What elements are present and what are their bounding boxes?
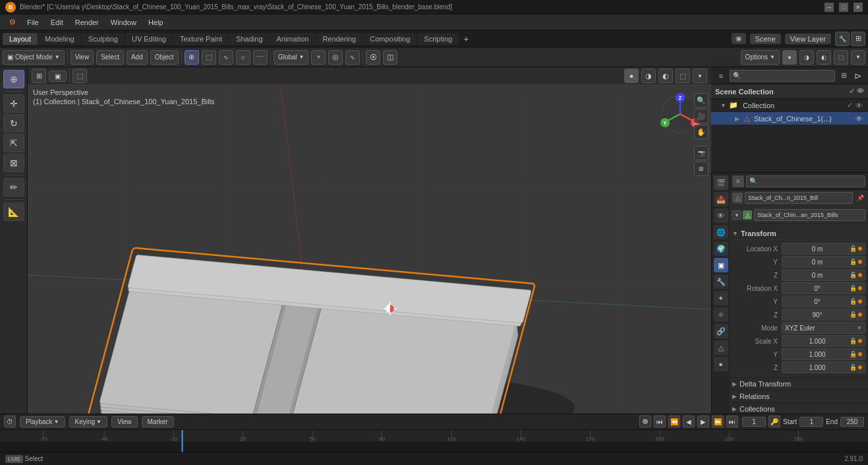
camera-icon[interactable]: 📷 [694, 146, 709, 160]
wireframe-icon[interactable]: ⬚ [834, 50, 848, 65]
zoom-in-button[interactable]: 🔍 [694, 93, 709, 108]
location-y-lock[interactable]: 🔓 [850, 259, 857, 265]
tab-rendering[interactable]: Rendering [316, 33, 362, 45]
tab-shading[interactable]: Shading [229, 33, 269, 45]
scene-collection-eye[interactable]: 👁 [857, 87, 864, 96]
step-forward-button[interactable]: ⏩ [712, 416, 724, 427]
scale-x-field[interactable]: 1.000 🔓 [782, 335, 865, 347]
viewport-gizmo-toggle[interactable]: ⊞ [32, 69, 46, 83]
keying-set-icon[interactable]: 🔑 [768, 416, 780, 427]
shading-wireframe[interactable]: ⬚ [676, 69, 690, 83]
viewport-shading-options[interactable]: ▼ [851, 50, 865, 65]
menu-file[interactable]: File [22, 17, 44, 28]
scale-z-lock[interactable]: 🔓 [850, 364, 857, 371]
shading-rendered[interactable]: ◐ [658, 69, 673, 83]
shading-dropdown[interactable]: ▼ [693, 69, 707, 83]
prop-edit-icon2[interactable]: ∿ [345, 50, 360, 65]
annotate-tool-button[interactable]: ✏ [3, 178, 24, 197]
location-z-lock[interactable]: 🔓 [850, 272, 857, 278]
pan-button[interactable]: ✋ [694, 125, 709, 139]
shading-material[interactable]: ◑ [641, 69, 656, 83]
tab-compositing[interactable]: Compositing [363, 33, 417, 45]
location-z-field[interactable]: 0 m 🔓 [782, 269, 865, 281]
solid-shading-icon[interactable]: ● [782, 50, 797, 65]
menu-help[interactable]: Help [143, 17, 169, 28]
prop-tab-physics[interactable]: ⚛ [714, 307, 728, 322]
outliner-search-input[interactable] [730, 70, 835, 82]
obj-data-dropdown[interactable]: ▼ [732, 210, 741, 220]
view-menu[interactable]: View [71, 50, 94, 65]
view-layer-selector[interactable]: View Layer [785, 34, 831, 44]
prop-tab-view[interactable]: 👁 [714, 208, 728, 223]
prop-tab-constraints[interactable]: 🔗 [714, 324, 728, 338]
rotation-z-lock[interactable]: 🔓 [850, 311, 857, 318]
step-back-button[interactable]: ⏪ [668, 416, 680, 427]
tab-animation[interactable]: Animation [270, 33, 316, 45]
snap-icon[interactable]: ⌖ [311, 50, 326, 65]
prop-tab-modifier[interactable]: 🔧 [714, 274, 728, 289]
tab-modeling[interactable]: Modeling [38, 33, 81, 45]
scale-x-lock[interactable]: 🔓 [850, 338, 857, 344]
mode-selector[interactable]: XYZ Euler ▼ [782, 322, 865, 334]
menu-render[interactable]: Render [70, 17, 104, 28]
scene-selector[interactable]: Scene [750, 34, 781, 44]
tab-sculpting[interactable]: Sculpting [82, 33, 125, 45]
menu-window[interactable]: Window [105, 17, 142, 28]
tab-uv-editing[interactable]: UV Editing [125, 33, 173, 45]
collection-row-main[interactable]: ▼ 📁 Collection ✓ 👁 [711, 99, 868, 112]
prop-tab-material[interactable]: ● [714, 357, 728, 371]
location-x-field[interactable]: 0 m 🔓 [782, 243, 865, 255]
menu-edit[interactable]: Edit [45, 17, 69, 28]
viewport[interactable]: ⊞ ▣ ⬚ ● ◑ ◐ ⬚ ▼ [28, 67, 711, 414]
play-button[interactable]: ▶ [697, 416, 709, 427]
collections-section[interactable]: ▶ Collections [730, 402, 868, 414]
play-reverse-button[interactable]: ◀ [683, 416, 695, 427]
prop-tab-render[interactable]: 🎬 [714, 175, 728, 190]
tab-scripting[interactable]: Scripting [417, 33, 459, 45]
rotation-y-field[interactable]: 0° 🔓 [782, 295, 865, 307]
lasso-icon[interactable]: ∿ [219, 50, 233, 65]
rotate-tool-button[interactable]: ↻ [3, 114, 24, 133]
object-data-name-field[interactable]: Stack_of_Chin...an_2015_Bills [754, 209, 865, 221]
tab-texture-paint[interactable]: Texture Paint [173, 33, 229, 45]
tab-layout[interactable]: Layout [3, 33, 38, 45]
marker-button[interactable]: Marker [142, 416, 174, 427]
minimize-button[interactable]: ─ [825, 3, 834, 12]
relations-section[interactable]: ▶ Relations [730, 390, 868, 402]
close-button[interactable]: ✕ [854, 3, 863, 12]
jump-end-button[interactable]: ⏭ [726, 416, 738, 427]
location-x-lock[interactable]: 🔓 [850, 245, 857, 252]
global-selector[interactable]: Global ▼ [274, 50, 309, 65]
outliner-view-icon[interactable]: ≡ [715, 70, 727, 82]
maximize-button[interactable]: □ [839, 3, 848, 12]
transform-tool-button[interactable]: ⊠ [3, 154, 24, 172]
grid-view-icon[interactable]: ⊞ [694, 162, 709, 176]
location-y-field[interactable]: 0 m 🔓 [782, 256, 865, 268]
material-shading-icon[interactable]: ◑ [799, 50, 814, 65]
record-button[interactable] [639, 416, 651, 427]
prop-tab-object[interactable]: ▣ [714, 258, 728, 272]
mode-selector[interactable]: ▣ Object Mode ▼ [3, 50, 65, 65]
collection-row-object[interactable]: ▶ △ Stack_of_Chinese_1(...) 👁 [711, 112, 868, 125]
scale-y-field[interactable]: 1.000 🔓 [782, 348, 865, 360]
add-menu[interactable]: Add [127, 50, 148, 65]
prop-search-input[interactable] [746, 175, 865, 187]
playback-button[interactable]: Playback ▼ [20, 416, 65, 427]
cursor-tool-icon[interactable]: ⊕ [185, 50, 199, 65]
current-frame-input[interactable]: 1 [742, 417, 766, 427]
start-frame-input[interactable]: 1 [799, 417, 823, 427]
camera-view-button[interactable]: 🎥 [694, 109, 709, 123]
object-menu[interactable]: Object [150, 50, 179, 65]
proportional-edit-icon[interactable]: ◎ [328, 50, 343, 65]
render-settings-icon[interactable]: 🔧 [835, 32, 850, 46]
jump-start-button[interactable]: ⏮ [654, 416, 666, 427]
prop-tab-scene[interactable]: 🌐 [714, 225, 728, 239]
transform-section-header[interactable]: ▼ Transform [732, 228, 865, 240]
overlay-icon[interactable]: ⦿ [366, 50, 380, 65]
select-menu[interactable]: Select [96, 50, 124, 65]
active-object-name-field[interactable]: Stack_of_Ch...n_2015_Bill [745, 192, 853, 204]
scale-y-lock[interactable]: 🔓 [850, 351, 857, 357]
outliner-filter-icon[interactable]: ⊞ [838, 70, 850, 82]
end-frame-input[interactable]: 250 [840, 417, 864, 427]
viewport-mode-menu[interactable]: ▣ [49, 71, 67, 82]
